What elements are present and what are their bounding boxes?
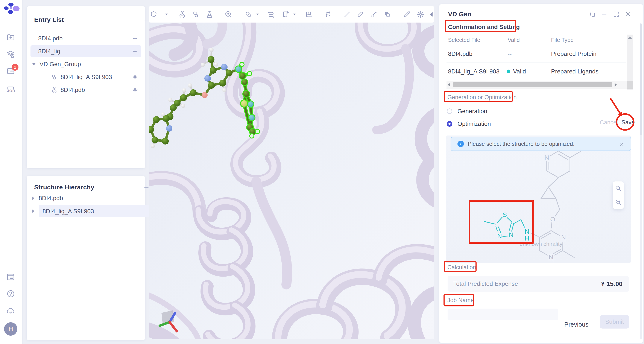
viewer-3d[interactable] bbox=[149, 6, 434, 339]
radio-circle[interactable] bbox=[447, 108, 452, 114]
tool-edit[interactable] bbox=[402, 10, 412, 19]
previous-button[interactable]: Previous bbox=[560, 318, 592, 331]
alert-close-button[interactable] bbox=[618, 141, 625, 148]
molecular-scene[interactable] bbox=[149, 22, 434, 339]
expander-icon[interactable] bbox=[32, 209, 34, 213]
sidebar-item-records[interactable] bbox=[6, 272, 16, 282]
list-item-child[interactable]: 8DI4_lig_A S9I 903 bbox=[30, 71, 141, 83]
tool-ligand[interactable] bbox=[191, 10, 201, 19]
tool-line-style[interactable] bbox=[342, 10, 352, 19]
sketch-zoom-out-button[interactable] bbox=[613, 195, 624, 209]
save-button[interactable]: Save bbox=[622, 119, 635, 126]
tool-surface-style[interactable] bbox=[382, 10, 392, 19]
entry-label: VD Gen_Group bbox=[40, 61, 81, 68]
chevron-down-icon bbox=[165, 14, 168, 15]
tool-biomolecule[interactable] bbox=[178, 10, 187, 19]
entry-list-panel: Entry List 8DI4.pdb 8DI4_lig VD Gen_Grou… bbox=[26, 6, 145, 168]
horizontal-scroll-thumb[interactable] bbox=[453, 82, 612, 88]
tool-measure[interactable] bbox=[244, 10, 253, 19]
dock-window-icon bbox=[589, 11, 596, 18]
tool-bookmark[interactable] bbox=[281, 10, 290, 19]
vd-gen-minimize-button[interactable] bbox=[600, 10, 608, 18]
list-item[interactable]: 8DI4.pdb bbox=[30, 32, 141, 44]
helix-icon bbox=[51, 87, 58, 93]
info-icon: i bbox=[458, 141, 464, 147]
sidebar-item-jobs[interactable]: JOB bbox=[6, 84, 16, 95]
entry-label: 8DI4.pdb bbox=[60, 86, 85, 94]
ligand-rings-icon bbox=[192, 10, 200, 18]
job-name-input[interactable] bbox=[448, 308, 558, 320]
table-row[interactable]: 8DI4_lig_A S9I 903 bbox=[448, 68, 500, 75]
tool-path[interactable] bbox=[266, 10, 276, 19]
tree-item-selected[interactable]: 8DI4_lig_A S9I 903 bbox=[30, 205, 141, 217]
vd-gen-expand-button[interactable] bbox=[612, 10, 620, 18]
table-row[interactable]: 8DI4.pdb bbox=[448, 50, 472, 57]
tool-measure-dropdown[interactable] bbox=[256, 12, 260, 16]
radio-optimization[interactable]: Optimization bbox=[447, 120, 491, 128]
chevron-down-icon bbox=[293, 14, 296, 15]
tool-sketch-ring[interactable] bbox=[149, 10, 158, 19]
table-header-selected-file: Selected File bbox=[448, 37, 480, 44]
scroll-left-arrow[interactable] bbox=[448, 83, 450, 87]
bookmark-add-icon bbox=[282, 10, 290, 18]
tree-item[interactable]: 8DI4.pdb bbox=[30, 192, 141, 204]
user-avatar[interactable]: H bbox=[4, 322, 18, 336]
tool-stick-style[interactable] bbox=[356, 10, 365, 19]
info-message: Please select the structure to be optimi… bbox=[468, 141, 574, 147]
tool-bookmark-dropdown[interactable] bbox=[292, 12, 296, 16]
tool-ballstick-style[interactable] bbox=[369, 10, 378, 19]
vd-gen-panel: VD Gen Confirmation and Setting Selected… bbox=[439, 4, 643, 343]
visibility-toggle[interactable] bbox=[132, 87, 138, 93]
atom-label: S bbox=[502, 211, 507, 218]
vd-gen-title: VD Gen bbox=[448, 10, 471, 18]
cancel-button[interactable]: Cancel bbox=[600, 119, 618, 126]
structure-note: unknown chirality bbox=[515, 241, 567, 247]
expander-icon[interactable] bbox=[32, 196, 34, 200]
vd-gen-dock-button[interactable] bbox=[588, 10, 596, 18]
sketch-zoom-controls bbox=[613, 182, 624, 209]
list-item-selected[interactable]: 8DI4_lig bbox=[30, 45, 141, 57]
tool-map[interactable] bbox=[304, 10, 314, 19]
stick-icon bbox=[356, 10, 364, 18]
sidebar-item-help[interactable] bbox=[6, 289, 16, 298]
entry-label: 8DI4_lig_A S9I 903 bbox=[60, 74, 112, 80]
vd-gen-close-button[interactable] bbox=[624, 10, 632, 18]
tool-select-target[interactable] bbox=[224, 10, 233, 19]
line-icon bbox=[343, 10, 351, 18]
visibility-toggle[interactable] bbox=[132, 35, 138, 42]
visibility-toggle[interactable] bbox=[132, 48, 138, 54]
list-item-group[interactable]: VD Gen_Group bbox=[30, 58, 141, 70]
expense-label: Total Predicted Expense bbox=[453, 280, 518, 287]
list-item-child[interactable]: 8DI4.pdb bbox=[30, 84, 141, 96]
visibility-toggle[interactable] bbox=[132, 74, 138, 80]
eye-closed-icon bbox=[132, 48, 138, 54]
scroll-up-arrow[interactable] bbox=[628, 36, 632, 39]
zoom-out-icon bbox=[615, 199, 622, 205]
zoom-in-icon bbox=[615, 185, 622, 192]
panel-scrollbar[interactable] bbox=[640, 24, 642, 339]
radio-circle[interactable] bbox=[447, 121, 452, 127]
group-expander-icon[interactable] bbox=[32, 63, 36, 65]
sketch-zoom-in-button[interactable] bbox=[613, 182, 624, 195]
sidebar-item-cloud[interactable] bbox=[6, 306, 16, 316]
tool-sketch-ring-dropdown[interactable] bbox=[164, 12, 169, 16]
table-cell-valid: Valid bbox=[513, 68, 526, 75]
panel-scroll-thumb[interactable] bbox=[640, 24, 642, 135]
app-logo[interactable] bbox=[1, 2, 20, 18]
sidebar-item-library[interactable] bbox=[6, 50, 16, 59]
app: { "colors": { "accent": "#4a4fd6", "anno… bbox=[0, 0, 644, 344]
sidebar-item-new-project[interactable] bbox=[6, 33, 16, 42]
expand-icon bbox=[613, 11, 620, 18]
submit-button[interactable]: Submit bbox=[600, 315, 629, 328]
tool-settings[interactable] bbox=[416, 10, 425, 19]
job-icon-label: JOB bbox=[7, 89, 15, 93]
tool-experiment[interactable] bbox=[205, 10, 214, 19]
tool-convert[interactable] bbox=[323, 10, 332, 19]
scroll-right-arrow[interactable] bbox=[614, 83, 617, 87]
table-horizontal-scrollbar[interactable] bbox=[446, 81, 627, 89]
sidebar-item-workspace[interactable]: 1 bbox=[6, 66, 16, 76]
toolbar-collapse-button[interactable] bbox=[428, 6, 434, 22]
radio-generation[interactable]: Generation bbox=[447, 107, 487, 116]
minimize-icon bbox=[143, 184, 150, 191]
folder-plus-icon bbox=[6, 33, 15, 42]
